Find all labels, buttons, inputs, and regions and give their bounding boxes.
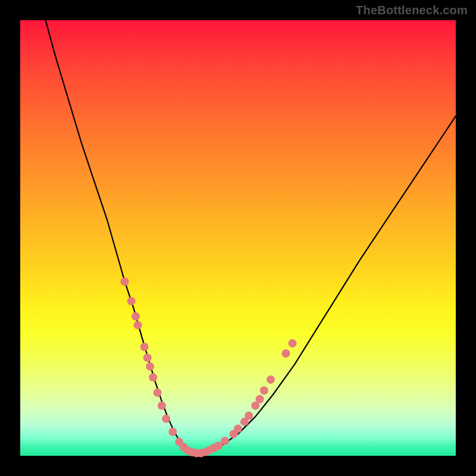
scatter-dot — [289, 339, 297, 347]
scatter-dot — [245, 412, 253, 420]
scatter-dot — [131, 312, 140, 321]
plot-area — [20, 20, 456, 456]
scatter-dot — [158, 402, 166, 410]
scatter-dot — [162, 415, 170, 423]
scatter-dots — [121, 277, 297, 457]
scatter-dot — [143, 353, 152, 362]
scatter-dot — [127, 297, 136, 305]
scatter-dot — [149, 373, 157, 381]
scatter-dot — [140, 343, 149, 351]
scatter-dot — [168, 428, 177, 436]
watermark-text: TheBottleneck.com — [356, 4, 468, 17]
scatter-dot — [134, 321, 142, 329]
scatter-dot — [234, 425, 242, 433]
scatter-dot — [260, 386, 268, 394]
curve-svg — [20, 20, 456, 456]
scatter-dot — [221, 437, 229, 445]
scatter-dot — [121, 277, 129, 286]
bottleneck-curve — [42, 7, 456, 453]
scatter-dot — [282, 349, 290, 358]
scatter-dot — [267, 375, 275, 384]
scatter-dot — [146, 362, 154, 371]
scatter-dot — [154, 389, 162, 397]
scatter-dot — [256, 395, 264, 403]
chart-frame: TheBottleneck.com — [0, 0, 476, 476]
